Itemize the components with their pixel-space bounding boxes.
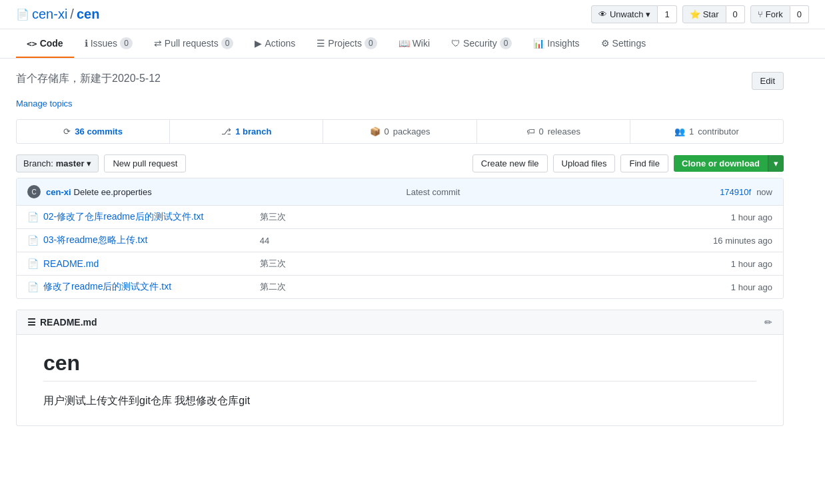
packages-label: packages [393, 126, 430, 136]
tab-insights[interactable]: 📊 Insights [522, 30, 590, 58]
tab-settings[interactable]: ⚙ Settings [590, 30, 657, 58]
packages-count: 0 [385, 126, 389, 136]
file-action-bar: Branch: master ▾ New pull request Create… [16, 154, 784, 172]
code-icon: <> [27, 39, 37, 49]
file-name-link[interactable]: 02-修改了仓库readme后的测试文件.txt [43, 211, 260, 223]
tab-projects[interactable]: ☰ Projects 0 [306, 29, 387, 59]
tab-wiki[interactable]: 📖 Wiki [388, 30, 440, 58]
commits-link[interactable]: 36 commits [75, 126, 123, 136]
star-count: 0 [726, 5, 745, 23]
readme-list-icon: ☰ [27, 317, 36, 328]
fork-icon: ⑂ [758, 9, 763, 19]
tab-actions-label: Actions [265, 38, 295, 49]
tab-security-label: Security [463, 38, 497, 49]
fork-count: 0 [790, 5, 809, 23]
branch-icon: ⎇ [221, 126, 231, 136]
star-button[interactable]: ⭐ Star [682, 5, 726, 23]
file-row: 📄 README.md 第三次 1 hour ago [17, 252, 783, 276]
tab-settings-label: Settings [612, 38, 646, 49]
readme-edit-button[interactable]: ✏ [764, 317, 772, 328]
commits-label: commits [87, 126, 122, 136]
new-pull-request-button[interactable]: New pull request [104, 154, 186, 172]
file-commit-msg: 第三次 [260, 211, 692, 223]
clone-download-group: Clone or download ▾ [674, 155, 784, 172]
main-content: 首个存储库，新建于2020-5-12 Edit Manage topics ⟳ … [0, 59, 800, 439]
repo-name-link[interactable]: cen [77, 7, 99, 22]
pull-requests-icon: ⇄ [154, 38, 162, 49]
nav-tabs: <> Code ℹ Issues 0 ⇄ Pull requests 0 ▶ A… [0, 29, 825, 59]
projects-icon: ☰ [317, 38, 325, 49]
branch-selector[interactable]: Branch: master ▾ [16, 154, 99, 172]
branch-name: master [56, 158, 85, 168]
file-commit-msg: 第二次 [260, 281, 692, 293]
pull-requests-badge: 0 [221, 37, 234, 49]
commit-hash-link[interactable]: 174910f [720, 187, 751, 197]
issues-badge: 0 [120, 37, 133, 49]
file-row: 📄 02-修改了仓库readme后的测试文件.txt 第三次 1 hour ag… [17, 206, 783, 229]
top-actions: 👁 Unwatch ▾ 1 ⭐ Star 0 ⑂ Fork 0 [591, 5, 809, 23]
create-new-file-button[interactable]: Create new file [472, 154, 548, 172]
upload-files-button[interactable]: Upload files [553, 154, 616, 172]
tab-issues-label: Issues [91, 38, 117, 49]
releases-label: releases [548, 126, 580, 136]
tab-code-label: Code [40, 38, 63, 49]
file-row: 📄 修改了readme后的测试文件.txt 第二次 1 hour ago [17, 276, 783, 298]
file-name-link[interactable]: 03-将readme忽略上传.txt [43, 234, 260, 246]
file-name-link[interactable]: README.md [43, 258, 260, 269]
watch-button[interactable]: 👁 Unwatch ▾ [591, 5, 658, 23]
star-label: Star [703, 9, 719, 19]
releases-count: 0 [539, 126, 544, 136]
file-commit-msg: 第三次 [260, 258, 692, 270]
star-group: ⭐ Star 0 [682, 5, 745, 23]
clone-dropdown-button[interactable]: ▾ [768, 155, 784, 172]
file-icon: 📄 [27, 282, 38, 292]
branch-label: Branch: [23, 158, 53, 168]
file-name-link[interactable]: 修改了readme后的测试文件.txt [43, 281, 260, 293]
issues-icon: ℹ [85, 38, 88, 49]
tab-code[interactable]: <> Code [16, 30, 74, 58]
file-row: 📄 03-将readme忽略上传.txt 44 16 minutes ago [17, 229, 783, 252]
repo-description-section: 首个存储库，新建于2020-5-12 Edit [16, 72, 784, 90]
file-time: 1 hour ago [692, 259, 772, 269]
tab-issues[interactable]: ℹ Issues 0 [74, 29, 143, 59]
find-file-button[interactable]: Find file [620, 154, 668, 172]
repo-icon: 📄 [16, 8, 29, 21]
edit-button[interactable]: Edit [752, 72, 784, 90]
contributors-count: 1 [689, 126, 694, 136]
file-time: 1 hour ago [692, 282, 772, 292]
commits-icon: ⟳ [63, 126, 71, 136]
readme-content: cen 用户测试上传文件到git仓库 我想修改仓库git [17, 335, 783, 425]
file-commit-msg: 44 [260, 236, 692, 246]
tab-security[interactable]: 🛡 Security 0 [440, 29, 522, 59]
watch-count: 1 [658, 5, 676, 23]
commits-count: 36 [75, 126, 84, 136]
fork-label: Fork [766, 9, 783, 19]
projects-badge: 0 [365, 37, 377, 49]
branches-link[interactable]: 1 branch [235, 126, 271, 136]
tab-insights-label: Insights [547, 38, 579, 49]
manage-topics-link[interactable]: Manage topics [16, 99, 73, 109]
readme-filename: README.md [40, 317, 97, 328]
security-badge: 0 [500, 37, 512, 49]
file-table: C cen-xi Delete ee.properties Latest com… [16, 178, 784, 299]
tab-actions[interactable]: ▶ Actions [244, 30, 306, 58]
tab-wiki-label: Wiki [412, 38, 430, 49]
clone-or-download-button[interactable]: Clone or download [674, 155, 768, 172]
repo-owner-link[interactable]: cen-xi [32, 7, 67, 22]
file-icon: 📄 [27, 235, 38, 246]
commit-author-link[interactable]: cen-xi [46, 187, 71, 197]
stats-bar: ⟳ 36 commits ⎇ 1 branch 📦 0 packages 🏷 0… [16, 119, 784, 144]
tab-projects-label: Projects [328, 38, 362, 49]
fork-button[interactable]: ⑂ Fork [750, 5, 790, 23]
insights-icon: 📊 [533, 38, 544, 49]
packages-icon: 📦 [370, 126, 381, 136]
stat-branches: ⎇ 1 branch [170, 120, 323, 143]
stat-packages: 📦 0 packages [323, 120, 476, 143]
readme-body: 用户测试上传文件到git仓库 我想修改仓库git [43, 392, 756, 409]
repo-description: 首个存储库，新建于2020-5-12 [16, 72, 161, 86]
tab-pull-requests[interactable]: ⇄ Pull requests 0 [143, 29, 245, 59]
file-icon: 📄 [27, 258, 38, 269]
readme-header: ☰ README.md ✏ [17, 310, 783, 335]
branches-count: 1 [235, 126, 240, 136]
watch-group: 👁 Unwatch ▾ 1 [591, 5, 677, 23]
